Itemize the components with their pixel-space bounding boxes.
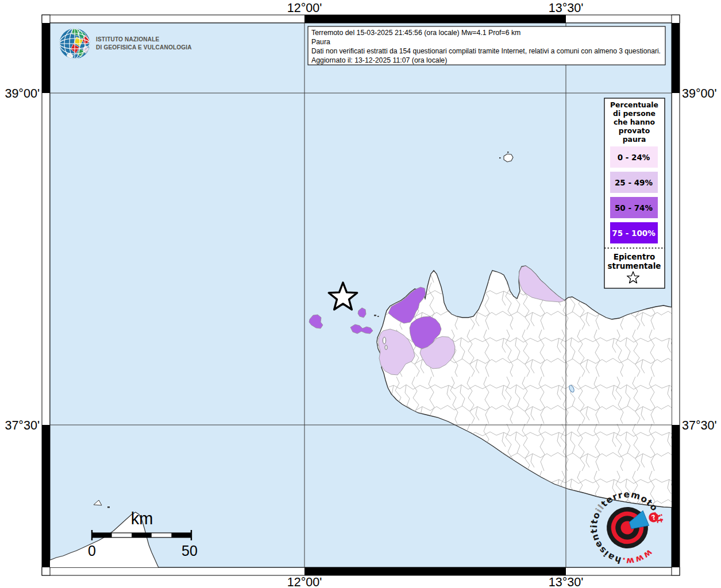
event-info-line2: Paura bbox=[311, 38, 330, 46]
legend-epicenter-line2: strumentale bbox=[608, 261, 661, 270]
legend-title-line4: provato bbox=[619, 126, 650, 135]
frame-bottom-black-segment bbox=[304, 567, 566, 575]
map-canvas: km 0 50 bbox=[0, 0, 721, 588]
frame-right-black-top bbox=[672, 23, 680, 93]
event-info-line3: Dati non verificati estratti da 154 ques… bbox=[311, 47, 661, 55]
legend-title-line5: paura bbox=[623, 135, 646, 144]
scale-bar-end: 50 bbox=[182, 543, 198, 559]
islet-stagnone-2 bbox=[385, 345, 387, 350]
axis-right-bottom: 37°30' bbox=[682, 419, 717, 432]
legend-title-line3: che hanno bbox=[614, 118, 655, 126]
ingv-name-line2: DI GEOFISICA E VULCANOLOGIA bbox=[96, 43, 192, 51]
legend-label-50-74: 50 - 74% bbox=[615, 203, 653, 212]
felt-report-map-page: km 0 50 bbox=[0, 0, 721, 588]
axis-left-top: 39°00' bbox=[5, 87, 40, 100]
axis-left-bottom: 37°30' bbox=[5, 419, 40, 432]
scale-bar-start: 0 bbox=[88, 543, 96, 559]
axis-top-right: 13°30' bbox=[549, 1, 584, 15]
frame-top-black-segment bbox=[304, 15, 566, 23]
scale-bar-unit: km bbox=[131, 509, 153, 528]
islet-stagnone-1 bbox=[383, 337, 385, 344]
event-info-line4: Aggiornato il: 13-12-2025 11:07 (ora loc… bbox=[311, 56, 447, 64]
legend-title-line2: di persone bbox=[613, 109, 656, 118]
axis-bottom-left: 12°00' bbox=[287, 575, 322, 588]
event-info-box: Terremoto del 15-03-2025 21:45:56 (ora l… bbox=[308, 26, 665, 65]
legend-title-line1: Percentuale bbox=[610, 100, 658, 109]
legend-epicenter-line1: Epicentro bbox=[614, 252, 656, 261]
legend: Percentuale di persone che hanno provato… bbox=[604, 98, 665, 288]
frame-right-black-bottom bbox=[672, 425, 680, 567]
frame-left-black-bottom bbox=[42, 425, 50, 567]
islet-formica bbox=[374, 315, 376, 316]
axis-top-left: 12°00' bbox=[287, 1, 322, 15]
islet-maraone bbox=[377, 316, 379, 317]
event-info-line1: Terremoto del 15-03-2025 21:45:56 (ora l… bbox=[311, 29, 520, 37]
legend-label-0-24: 0 - 24% bbox=[618, 153, 650, 162]
legend-label-75-100: 75 - 100% bbox=[612, 229, 656, 238]
ingv-name-line1: ISTITUTO NAZIONALE bbox=[96, 35, 159, 42]
small-islet-dot bbox=[107, 506, 110, 508]
axis-right-top: 39°00' bbox=[682, 87, 717, 100]
axis-bottom-right: 13°30' bbox=[549, 575, 584, 588]
legend-label-25-49: 25 - 49% bbox=[615, 178, 653, 187]
frame-left-black-top bbox=[42, 23, 50, 93]
